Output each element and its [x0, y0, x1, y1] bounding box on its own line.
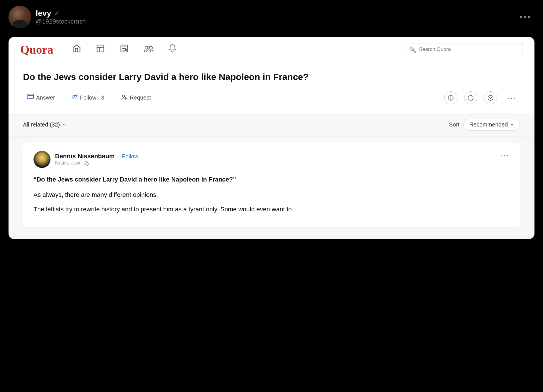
request-icon [121, 94, 127, 102]
answer-user: Dennis Nissenbaum · Follow Native Jew · … [33, 151, 138, 168]
quora-card: Quora [9, 37, 534, 239]
twitter-user-info: levy ✓ @1929stockcrash [9, 6, 86, 28]
notifications-icon[interactable] [167, 42, 178, 57]
answer-author-name: Dennis Nissenbaum [55, 153, 115, 160]
verified-icon: ✓ [54, 9, 60, 18]
answer-follow-button[interactable]: Follow [122, 153, 138, 160]
follow-label: Follow · 3 [80, 94, 104, 101]
user-info: levy ✓ @1929stockcrash [36, 9, 86, 25]
answer-card: Dennis Nissenbaum · Follow Native Jew · … [23, 142, 520, 227]
comment-button[interactable] [464, 91, 477, 104]
sort-option: Recommended [469, 121, 508, 128]
request-button[interactable]: Request [117, 92, 155, 104]
downvote-button[interactable] [484, 91, 497, 104]
quora-logo: Quora [20, 43, 53, 56]
follow-button[interactable]: Follow · 3 [68, 92, 108, 104]
home-icon[interactable] [70, 42, 83, 57]
svg-point-9 [148, 46, 150, 48]
follow-icon [71, 94, 78, 102]
answers-section: Dennis Nissenbaum · Follow Native Jew · … [9, 136, 534, 239]
answer-avatar [33, 151, 50, 168]
question-section: Do the Jews consider Larry David a hero … [9, 62, 534, 113]
write-icon[interactable] [118, 42, 131, 57]
answer-header: Dennis Nissenbaum · Follow Native Jew · … [33, 151, 510, 168]
user-handle: @1929stockcrash [36, 18, 86, 25]
spaces-icon[interactable] [142, 42, 155, 57]
answer-meta: Native Jew · 2y [55, 160, 138, 166]
search-icon: 🔍 [409, 46, 416, 53]
svg-point-11 [73, 95, 75, 97]
search-box[interactable]: 🔍 [404, 43, 523, 56]
svg-rect-0 [97, 45, 104, 52]
answer-icon [27, 94, 34, 102]
answer-paragraph-1: As always, there are many different opin… [33, 190, 510, 200]
answer-name-row: Dennis Nissenbaum · Follow [55, 153, 138, 160]
svg-point-7 [145, 47, 148, 49]
answer-paragraph-2: The leftists try to rewrite history and … [33, 204, 510, 214]
answer-button[interactable]: Answer [23, 92, 59, 104]
question-title: Do the Jews consider Larry David a hero … [23, 71, 520, 83]
action-right: ··· [444, 91, 520, 104]
svg-rect-10 [27, 94, 33, 99]
answer-user-details: Dennis Nissenbaum · Follow Native Jew · … [55, 153, 138, 166]
info-button[interactable] [444, 91, 457, 104]
user-name-row: levy ✓ [36, 9, 86, 18]
svg-point-8 [150, 47, 152, 49]
user-name: levy [36, 9, 51, 18]
all-related-dropdown[interactable]: All related (32) [23, 121, 67, 128]
search-input[interactable] [419, 47, 517, 52]
list-icon[interactable] [94, 42, 107, 57]
answer-label: Answer [36, 94, 55, 101]
avatar [9, 6, 31, 28]
separator: · [117, 153, 119, 160]
answer-more-button[interactable]: ··· [501, 151, 510, 160]
question-actions: Answer Follow · 3 [23, 91, 520, 104]
quora-navbar: Quora [9, 37, 534, 62]
svg-point-17 [488, 95, 493, 100]
sort-label: Sort [449, 121, 460, 128]
more-options-button[interactable]: ••• [516, 9, 534, 25]
sort-section: Sort Recommended [449, 119, 520, 130]
all-related-label: All related (32) [23, 121, 60, 128]
svg-point-16 [468, 95, 473, 100]
filter-bar: All related (32) Sort Recommended [9, 113, 534, 136]
request-label: Request [130, 94, 151, 101]
twitter-header: levy ✓ @1929stockcrash ••• [0, 0, 543, 34]
answer-quote: “Do the Jews consider Larry David a hero… [33, 175, 510, 184]
svg-point-12 [122, 95, 125, 97]
more-button[interactable]: ··· [504, 92, 520, 104]
sort-dropdown[interactable]: Recommended [463, 119, 520, 130]
svg-point-15 [451, 96, 451, 97]
